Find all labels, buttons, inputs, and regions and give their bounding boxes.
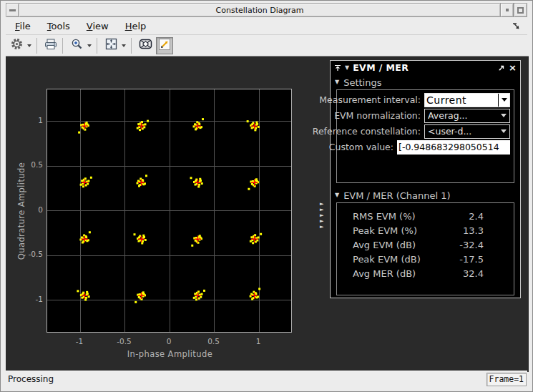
constellation-plot[interactable] [47,89,293,334]
metric-row: RMS EVM (%) 2.4 [353,209,484,223]
window-title: Constellation Diagram [19,3,501,17]
evm-mer-panel: ▼ EVM / MER × ▼ Settings Measurement int… [330,60,521,298]
constellation-icon [139,38,152,53]
status-text: Processing [8,374,54,384]
undock-icon[interactable] [498,61,505,74]
signal-measurement-button[interactable] [156,37,173,54]
x-tick-label: 0 [155,337,183,346]
app-window: Constellation Diagram File Tools View He… [0,0,533,392]
metric-row: Peak EVM (dB) -17.5 [353,252,484,266]
x-tick-label: 0.5 [200,337,228,346]
metric-value: 32.4 [441,268,484,279]
fit-dropdown-arrow[interactable] [119,37,128,54]
x-tick-label: -1 [65,337,94,346]
metrics-groupbox: RMS EVM (%) 2.4 Peak EVM (%) 13.3 Avg EV… [336,202,514,295]
y-tick-label: -0.5 [17,250,43,258]
metric-label: Peak EVM (%) [353,225,441,236]
measurement-interval-combo[interactable]: Current [424,93,510,107]
evm-normalization-combo[interactable]: Averag... [424,109,510,123]
splitter-arrow-icon[interactable]: ► [320,202,323,207]
y-tick-label: -1 [17,295,43,303]
x-axis-label: In-phase Amplitude [47,349,293,359]
evm-normalization-row: EVM normalization: Averag... [341,108,510,123]
metric-row: Peak EVM (%) 13.3 [353,223,484,237]
reference-constellation-row: Reference constellation: <user-d... [341,124,510,139]
splitter-arrow-icon[interactable]: ► [320,219,323,224]
metric-label: Avg MER (dB) [353,268,441,279]
settings-dropdown-arrow[interactable] [25,37,34,54]
x-tick-label: 1 [244,337,273,346]
toolbar-separator [97,38,97,54]
window-menu-button[interactable] [6,3,19,17]
zoom-in-icon [71,38,83,53]
panel-title: EVM / MER [353,62,409,73]
minimize-button[interactable] [500,3,514,17]
section-gap [335,183,516,188]
menu-view[interactable]: View [79,19,116,34]
combo-value: <user-d... [428,126,501,137]
settings-section-header[interactable]: ▼ Settings [335,75,516,89]
maximize-icon [517,7,524,14]
gear-icon [11,38,23,53]
splitter-arrow-icon[interactable]: ► [320,213,323,218]
zoom-in-button[interactable] [68,37,85,54]
reference-constellation-label: Reference constellation: [313,126,421,137]
fit-to-view-button[interactable] [102,37,119,54]
combo-value: Averag... [428,110,501,121]
y-tick-label: 0 [17,205,43,214]
zoom-dropdown-arrow[interactable] [85,37,94,54]
custom-value-label: Custom value: [329,142,393,152]
combo-value: Current [425,94,498,106]
minimize-icon [506,9,509,11]
dock-arrow-icon[interactable] [512,22,520,30]
metric-value: -32.4 [441,240,484,250]
print-button[interactable] [42,37,59,54]
toolbar-separator [131,38,132,54]
y-tick-label: 1 [17,116,43,124]
window-menu-icon [9,9,16,11]
fit-to-view-icon [105,38,117,53]
metrics-section-header[interactable]: ▼ EVM / MER (Channel 1) [335,188,516,202]
splitter-arrow-icon[interactable]: ► [320,207,323,212]
metric-row: Avg MER (dB) 32.4 [353,266,484,280]
measurement-icon [159,39,170,53]
chevron-down-icon [501,114,507,117]
panel-header: ▼ EVM / MER × [331,61,520,74]
scope-content-area: Quadrature Amplitude -1-0.500.51 -1-0.50… [6,56,529,372]
menu-bar: File Tools View Help [6,17,527,35]
metric-label: Peak EVM (dB) [353,254,441,265]
settings-button[interactable] [8,37,25,54]
menu-help[interactable]: Help [118,19,154,34]
measurement-interval-label: Measurement interval: [319,94,421,105]
plot-canvas[interactable] [47,89,292,333]
evm-normalization-label: EVM normalization: [334,110,421,121]
reference-constellation-combo[interactable]: <user-d... [424,124,510,139]
close-icon[interactable]: × [509,63,517,72]
menu-tools[interactable]: Tools [40,19,77,34]
custom-value-input[interactable] [397,140,510,155]
maximize-button[interactable] [514,3,527,17]
panel-splitter-arrows[interactable]: ► ► ► ► ► [320,202,323,230]
metric-label: Avg EVM (dB) [353,240,441,250]
measurement-interval-row: Measurement interval: Current [341,92,510,107]
chevron-down-icon [501,129,507,133]
pin-icon[interactable] [334,61,341,74]
metric-value: -17.5 [441,254,484,265]
metric-label: RMS EVM (%) [353,211,441,222]
metric-row: Avg EVM (dB) -32.4 [353,237,484,252]
section-triangle-icon: ▼ [335,79,339,85]
splitter-arrow-icon[interactable]: ► [320,225,323,230]
custom-value-row: Custom value: [341,139,510,155]
title-bar: Constellation Diagram [6,3,527,17]
y-tick-label: 0.5 [17,160,43,169]
chevron-down-icon[interactable] [498,94,509,107]
panel-body: ▼ Settings Measurement interval: Current… [331,74,520,296]
frame-counter: Frame=1 [486,373,527,386]
constellation-view-button[interactable] [137,37,154,54]
metrics-section-title: EVM / MER (Channel 1) [343,190,450,201]
menu-file[interactable]: File [8,19,38,34]
x-tick-label: -0.5 [110,337,139,346]
section-triangle-icon: ▼ [335,192,339,198]
collapse-triangle-icon[interactable]: ▼ [345,65,349,71]
toolbar-separator [62,38,63,54]
